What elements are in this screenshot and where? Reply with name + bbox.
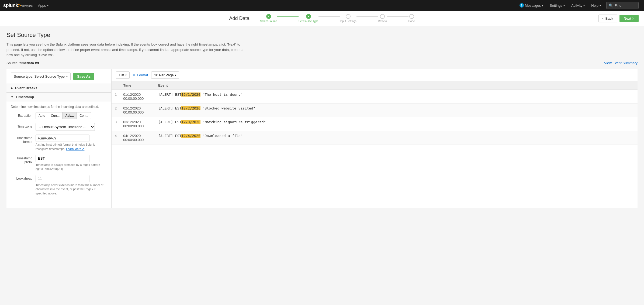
event-suffix: "Blocked website visited" — [200, 106, 255, 110]
event-prefix: [ALERT] EST — [158, 120, 181, 124]
table-row: 303/12/2020 00:00:00.000[ALERT] EST12/3/… — [112, 117, 638, 131]
event-prefix: [ALERT] EST — [158, 134, 181, 138]
timestamp-section-content: Determine how timestamps for the incomin… — [6, 101, 111, 203]
save-as-button[interactable]: Save As — [73, 73, 94, 80]
timestamp-section-header[interactable]: ▼ Timestamp — [6, 92, 111, 101]
search-icon: 🔍 — [609, 4, 613, 8]
col-num — [112, 81, 120, 90]
format-label: Format — [137, 73, 148, 77]
timestamp-format-input[interactable] — [36, 135, 89, 142]
step1-label: Select Source — [260, 20, 277, 23]
source-type-select[interactable]: Source type: Select Source Type ▾ — [11, 73, 71, 80]
source-label: Source: — [6, 61, 19, 65]
nav-activity[interactable]: Activity ▾ — [568, 0, 588, 11]
event-time: 01/12/2020 00:00:00.000 — [120, 90, 155, 103]
messages-badge: 1 — [520, 3, 524, 8]
event-highlight: 12/4/2020 — [181, 134, 200, 138]
step-line-1 — [277, 16, 299, 17]
extraction-con-button[interactable]: Con... — [77, 112, 91, 119]
step3-label: Input Settings — [340, 20, 356, 23]
event-content: [ALERT] EST12/4/2020 "Downloaded a file" — [155, 131, 638, 145]
event-number: 1 — [112, 90, 120, 103]
next-button[interactable]: Next > — [619, 15, 639, 22]
nav-help[interactable]: Help ▾ — [588, 0, 604, 11]
settings-caret-icon: ▾ — [563, 4, 565, 7]
table-row: 202/12/2020 00:00:00.000[ALERT] EST12/2/… — [112, 103, 638, 117]
step2-circle: ● — [306, 14, 311, 19]
list-button[interactable]: List ▾ — [116, 71, 130, 79]
step5-circle — [409, 14, 414, 19]
find-label: Find — [615, 4, 621, 8]
step2-dot-icon: ● — [308, 15, 309, 18]
event-number: 3 — [112, 117, 120, 131]
timestamp-prefix-hint1: Timestamp is always prefaced by a regex … — [36, 163, 100, 166]
timestamp-prefix-input[interactable] — [36, 155, 89, 162]
body-layout: Source type: Select Source Type ▾ Save A… — [6, 69, 638, 208]
step4-label: Review — [378, 20, 387, 23]
step5-label: Done — [408, 20, 415, 23]
nav-messages[interactable]: 1 Messages ▾ — [516, 0, 546, 11]
step1-check-icon: ✓ — [268, 15, 270, 18]
event-content: [ALERT] EST12/1/2020 "The host is down." — [155, 90, 638, 103]
events-toolbar: List ▾ ✏ Format 20 Per Page ▾ — [112, 69, 638, 81]
list-label: List — [119, 73, 124, 77]
timestamp-format-hint: A string in strptime() format that helps… — [36, 143, 106, 151]
help-caret-icon: ▾ — [600, 4, 601, 7]
event-highlight: 12/3/2020 — [181, 120, 200, 124]
nav-settings[interactable]: Settings ▾ — [546, 0, 568, 11]
source-type-label: Source type: Select Source Type — [14, 74, 65, 78]
per-page-caret-icon: ▾ — [175, 74, 176, 77]
event-suffix: "Downloaded a file" — [200, 134, 243, 138]
event-breaks-section-header[interactable]: ▶ Event Breaks — [6, 84, 111, 92]
extraction-curr-button[interactable]: Curr... — [48, 112, 63, 119]
format-button[interactable]: ✏ Format — [133, 73, 148, 77]
timestamp-prefix-group: Timestamp is always prefaced by a regex … — [36, 155, 100, 171]
event-suffix: "Matching signature triggered" — [200, 120, 266, 124]
col-time-header: Time — [120, 81, 155, 90]
step-review: Review — [378, 14, 387, 23]
step-set-source-type: ● Set Source Type — [299, 14, 318, 23]
top-nav: splunk>enterprise Apps ▾ 1 Messages ▾ Se… — [0, 0, 644, 11]
nav-apps[interactable]: Apps ▾ — [35, 0, 52, 11]
logo: splunk>enterprise — [3, 3, 33, 8]
extraction-auto-button[interactable]: Auto — [36, 112, 48, 119]
event-content: [ALERT] EST12/3/2020 "Matching signature… — [155, 117, 638, 131]
extraction-adv-button[interactable]: Adv... — [63, 112, 77, 119]
view-event-summary-link[interactable]: View Event Summary — [604, 61, 638, 65]
timestamp-format-row: Timestampformat A string in strptime() f… — [11, 135, 106, 151]
lookahead-input[interactable] — [36, 175, 89, 182]
per-page-label: 20 Per Page — [154, 73, 174, 77]
timezone-label: Time zone — [11, 123, 32, 128]
learn-more-link[interactable]: Learn More ↗ — [66, 147, 84, 150]
timezone-row: Time zone -- Default System Timezone -- — [11, 123, 106, 131]
event-number: 4 — [112, 131, 120, 145]
apps-caret-icon: ▾ — [47, 4, 49, 7]
event-breaks-label: Event Breaks — [15, 86, 37, 90]
toolbar-row: Source type: Select Source Type ▾ Save A… — [6, 69, 111, 84]
source-line: Source: timedata.txt — [6, 61, 39, 65]
nav-right: 1 Messages ▾ Settings ▾ Activity ▾ Help … — [516, 0, 641, 11]
step-done: Done — [408, 14, 415, 23]
activity-caret-icon: ▾ — [583, 4, 585, 7]
timestamp-format-label: Timestampformat — [11, 135, 32, 144]
extraction-buttons: Auto Curr... Adv... Con... — [36, 112, 91, 119]
extraction-label: Extraction — [11, 112, 32, 118]
timestamp-format-group: A string in strptime() format that helps… — [36, 135, 106, 151]
timestamp-format-hint-text: A string in strptime() format that helps… — [36, 143, 95, 150]
wizard-steps: ✓ Select Source ● Set Source Type Input … — [260, 14, 415, 23]
source-value: timedata.txt — [19, 61, 39, 65]
per-page-button[interactable]: 20 Per Page ▾ — [151, 71, 179, 79]
timezone-select[interactable]: -- Default System Timezone -- — [36, 123, 95, 131]
nav-find[interactable]: 🔍 Find — [606, 2, 639, 9]
timestamp-label: Timestamp — [16, 95, 34, 99]
list-caret-icon: ▾ — [125, 74, 127, 77]
right-panel: List ▾ ✏ Format 20 Per Page ▾ Time — [112, 69, 638, 208]
timestamp-desc: Determine how timestamps for the incomin… — [11, 105, 106, 109]
splunk-logo: splunk>enterprise — [3, 3, 33, 8]
wizard-nav-buttons: < Back Next > — [598, 15, 639, 22]
back-button[interactable]: < Back — [598, 15, 617, 22]
event-time: 02/12/2020 00:00:00.000 — [120, 103, 155, 117]
page-desc: This page lets you see how the Splunk pl… — [6, 42, 249, 58]
event-prefix: [ALERT] EST — [158, 92, 181, 97]
event-highlight: 12/2/2020 — [181, 106, 200, 110]
